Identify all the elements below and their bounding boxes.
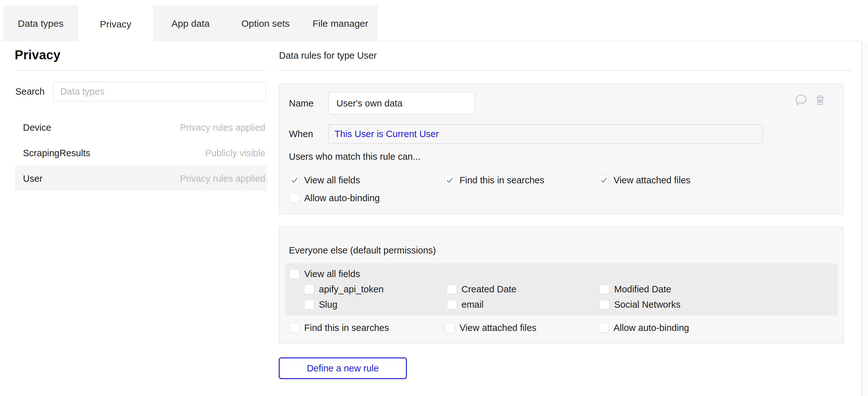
tab-label: File manager [312, 18, 368, 29]
checkbox[interactable] [599, 323, 609, 333]
tab-file-manager[interactable]: File manager [303, 5, 378, 41]
trash-icon[interactable] [813, 93, 827, 107]
name-label: Name [289, 92, 313, 115]
permission-find-in-searches[interactable]: Find this in searches [445, 175, 544, 186]
data-type-row-scrapingresults[interactable]: ScrapingResults Publicly visible [15, 140, 267, 166]
tab-app-data[interactable]: App data [153, 5, 228, 41]
field-email[interactable]: email [447, 299, 484, 310]
tab-label: Option sets [241, 18, 290, 29]
page-title: Privacy [15, 48, 267, 62]
checkbox-label: Find this in searches [304, 323, 389, 333]
tab-option-sets[interactable]: Option sets [228, 5, 303, 41]
everyone-else-title: Everyone else (default permissions) [289, 245, 436, 256]
data-type-name: User [23, 174, 42, 184]
tab-label: App data [171, 18, 210, 29]
checkbox[interactable] [304, 284, 314, 294]
checkbox[interactable] [447, 284, 457, 294]
checkbox-label: email [461, 299, 484, 310]
checkbox[interactable] [289, 269, 300, 279]
match-rule-text: Users who match this rule can... [289, 151, 421, 162]
tab-data-types[interactable]: Data types [3, 5, 78, 41]
default-view-attached-files[interactable]: View attached files [445, 322, 536, 333]
permission-view-attached-files[interactable]: View attached files [599, 175, 690, 186]
field-slug[interactable]: Slug [304, 299, 337, 310]
checkbox[interactable] [447, 300, 457, 310]
everyone-else-card: Everyone else (default permissions) View… [279, 226, 844, 344]
data-type-row-device[interactable]: Device Privacy rules applied [15, 115, 267, 140]
field-apify-api-token[interactable]: apify_api_token [304, 284, 383, 295]
checkbox-label: View all fields [304, 175, 360, 186]
checkbox-label: Modified Date [614, 284, 671, 295]
checkbox[interactable] [289, 175, 300, 185]
checkbox[interactable] [599, 175, 609, 185]
rule-card: Name When This User is Current User User… [279, 84, 844, 214]
data-type-status: Publicly visible [205, 148, 265, 158]
main-heading: Data rules for type User [279, 50, 377, 61]
checkbox-label: Slug [319, 299, 337, 310]
checkbox-label: Allow auto-binding [304, 193, 380, 204]
tab-label: Data types [18, 18, 63, 29]
checkbox[interactable] [445, 323, 455, 333]
rule-card-actions [794, 93, 827, 107]
fields-inset-panel: View all fields apify_api_token Created … [285, 263, 838, 315]
checkbox[interactable] [304, 300, 314, 310]
scrollbar-gutter[interactable] [862, 41, 868, 396]
data-type-status: Privacy rules applied [180, 174, 265, 184]
define-new-rule-label: Define a new rule [307, 363, 379, 374]
checkbox-label: View all fields [304, 269, 360, 279]
permission-allow-auto-binding[interactable]: Allow auto-binding [289, 192, 380, 204]
checkbox-label: apify_api_token [319, 284, 383, 295]
default-allow-auto-binding[interactable]: Allow auto-binding [599, 322, 689, 333]
data-type-name: Device [23, 122, 51, 133]
checkbox-label: Created Date [461, 284, 517, 295]
main-divider [279, 70, 851, 71]
privacy-settings-screen: Data types Privacy App data Option sets … [0, 0, 868, 396]
data-type-list: Device Privacy rules applied ScrapingRes… [15, 115, 267, 191]
checkbox[interactable] [289, 193, 300, 203]
search-input[interactable] [53, 82, 266, 101]
tab-label: Privacy [100, 19, 131, 30]
comment-icon[interactable] [794, 93, 808, 107]
field-social-networks[interactable]: Social Networks [599, 299, 681, 310]
checkbox[interactable] [445, 175, 455, 185]
checkbox[interactable] [599, 284, 609, 294]
tab-privacy[interactable]: Privacy [78, 5, 153, 43]
rule-name-input[interactable] [329, 92, 475, 115]
checkbox-label: View attached files [460, 323, 536, 333]
checkbox[interactable] [599, 300, 609, 310]
default-view-all-fields[interactable]: View all fields [289, 269, 360, 279]
checkbox[interactable] [289, 323, 300, 333]
tabbar: Data types Privacy App data Option sets … [3, 5, 378, 41]
data-type-status: Privacy rules applied [180, 122, 265, 133]
sidebar: Privacy Search Device Privacy rules appl… [15, 48, 267, 62]
data-type-row-user[interactable]: User Privacy rules applied [15, 166, 267, 191]
checkbox-label: Find this in searches [460, 175, 544, 186]
field-created-date[interactable]: Created Date [447, 284, 517, 295]
checkbox-label: Allow auto-binding [614, 323, 689, 333]
checkbox-label: View attached files [614, 175, 690, 186]
checkbox-label: Social Networks [614, 299, 681, 310]
default-find-in-searches[interactable]: Find this in searches [289, 322, 389, 333]
search-label: Search [15, 82, 44, 101]
define-new-rule-button[interactable]: Define a new rule [279, 358, 407, 379]
search-row: Search [15, 82, 267, 101]
when-condition-value: This User is Current User [335, 129, 439, 139]
when-label: When [289, 124, 313, 144]
permission-view-all-fields[interactable]: View all fields [289, 175, 360, 186]
data-type-name: ScrapingResults [23, 148, 90, 158]
sidebar-divider [16, 70, 266, 71]
field-modified-date[interactable]: Modified Date [599, 284, 671, 295]
when-condition-box[interactable]: This User is Current User [329, 124, 763, 144]
